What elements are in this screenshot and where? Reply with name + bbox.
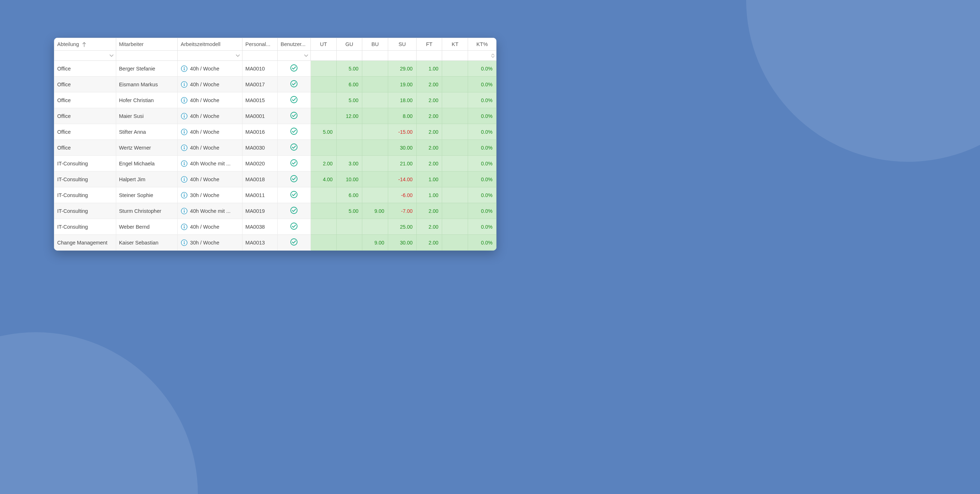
info-icon[interactable]	[181, 129, 188, 135]
table-row[interactable]: Change ManagementKaiser Sebastian30h / W…	[54, 235, 496, 251]
cell-ft: 2.00	[416, 108, 442, 124]
filter-ft-input[interactable]	[418, 52, 441, 59]
cell-gu	[336, 235, 362, 251]
filter-ut-input[interactable]	[312, 52, 335, 59]
table-row[interactable]: IT-ConsultingEngel Michaela40h Woche mit…	[54, 156, 496, 172]
filter-gu[interactable]	[336, 51, 362, 61]
filter-bu[interactable]	[362, 51, 388, 61]
info-icon[interactable]	[181, 81, 188, 88]
col-benutzer[interactable]: Benutzer...	[278, 38, 311, 51]
cell-gu	[336, 140, 362, 156]
filter-arbeitszeitmodell[interactable]	[178, 51, 242, 61]
col-gu[interactable]: GU	[336, 38, 362, 51]
col-abteilung[interactable]: Abteilung	[54, 38, 116, 51]
cell-abteilung: Office	[54, 124, 116, 140]
filter-ktp[interactable]	[468, 51, 496, 61]
arbeitszeitmodell-text: 40h / Woche	[190, 224, 219, 230]
svg-point-47	[291, 239, 297, 245]
filter-abteilung[interactable]	[54, 51, 116, 61]
filter-arbeitszeitmodell-input[interactable]	[179, 52, 241, 59]
cell-benutzer	[278, 187, 311, 203]
col-personal[interactable]: Personal...	[242, 38, 278, 51]
table-row[interactable]: IT-ConsultingSturm Christopher40h Woche …	[54, 203, 496, 219]
col-bu[interactable]: BU	[362, 38, 388, 51]
info-icon[interactable]	[181, 192, 188, 199]
filter-mitarbeiter[interactable]	[116, 51, 178, 61]
filter-personal-input[interactable]	[244, 52, 276, 59]
cell-mitarbeiter: Maier Susi	[116, 108, 178, 124]
svg-point-31	[291, 175, 297, 182]
filter-kt-input[interactable]	[444, 52, 466, 59]
cell-ktp: 0.0%	[468, 108, 496, 124]
col-label: Benutzer...	[281, 41, 305, 47]
cell-kt	[442, 108, 468, 124]
cell-ft: 2.00	[416, 124, 442, 140]
col-label: KT%	[476, 41, 487, 47]
svg-point-17	[184, 130, 185, 131]
cell-abteilung: Office	[54, 140, 116, 156]
info-icon[interactable]	[181, 160, 188, 167]
cell-ut	[310, 235, 336, 251]
svg-point-3	[291, 65, 297, 71]
cell-benutzer	[278, 203, 311, 219]
filter-benutzer-input[interactable]	[279, 52, 309, 59]
col-ktp[interactable]: KT%	[468, 38, 496, 51]
cell-mitarbeiter: Berger Stefanie	[116, 61, 178, 76]
col-kt[interactable]: KT	[442, 38, 468, 51]
filter-abteilung-input[interactable]	[56, 52, 115, 59]
check-circle-icon	[290, 130, 298, 136]
check-circle-icon	[290, 83, 298, 89]
header-row: Abteilung Mitarbeiter Arbeitszeitmodell …	[54, 38, 496, 51]
table-row[interactable]: OfficeHofer Christian40h / WocheMA00155.…	[54, 92, 496, 108]
info-icon[interactable]	[181, 176, 188, 183]
col-ut[interactable]: UT	[310, 38, 336, 51]
cell-bu	[362, 61, 388, 76]
svg-point-23	[291, 144, 297, 150]
info-icon[interactable]	[181, 208, 188, 214]
cell-ktp: 0.0%	[468, 203, 496, 219]
col-su[interactable]: SU	[388, 38, 417, 51]
cell-benutzer	[278, 61, 311, 76]
filter-mitarbeiter-input[interactable]	[118, 52, 176, 59]
table-row[interactable]: OfficeMaier Susi40h / WocheMA000112.008.…	[54, 108, 496, 124]
table-row[interactable]: IT-ConsultingSteiner Sophie30h / WocheMA…	[54, 187, 496, 203]
table-row[interactable]: IT-ConsultingHalpert Jim40h / WocheMA001…	[54, 172, 496, 187]
col-label: SU	[399, 41, 406, 47]
info-icon[interactable]	[181, 97, 188, 104]
col-arbeitszeitmodell[interactable]: Arbeitszeitmodell	[178, 38, 242, 51]
table-row[interactable]: OfficeWertz Werner40h / WocheMA003030.00…	[54, 140, 496, 156]
info-icon[interactable]	[181, 239, 188, 246]
cell-kt	[442, 172, 468, 187]
filter-personal[interactable]	[242, 51, 278, 61]
info-icon[interactable]	[181, 223, 188, 230]
info-icon[interactable]	[181, 65, 188, 72]
arbeitszeitmodell-text: 30h / Woche	[190, 240, 219, 246]
table-row[interactable]: IT-ConsultingWeber Bernd40h / WocheMA003…	[54, 219, 496, 235]
col-label: BU	[372, 41, 379, 47]
filter-benutzer[interactable]	[278, 51, 311, 61]
cell-ut: 2.00	[310, 156, 336, 172]
filter-bu-input[interactable]	[364, 52, 387, 59]
table-row[interactable]: OfficeStifter Anna40h / WocheMA00165.00-…	[54, 124, 496, 140]
filter-su[interactable]	[388, 51, 417, 61]
number-spinner-icon	[491, 54, 495, 58]
filter-gu-input[interactable]	[338, 52, 361, 59]
cell-benutzer	[278, 140, 311, 156]
filter-ut[interactable]	[310, 51, 336, 61]
cell-personal: MA0011	[242, 187, 278, 203]
table-row[interactable]: OfficeEismann Markus40h / WocheMA00176.0…	[54, 76, 496, 92]
arbeitszeitmodell-text: 40h / Woche	[190, 129, 219, 135]
filter-kt[interactable]	[442, 51, 468, 61]
cell-personal: MA0018	[242, 172, 278, 187]
table-row[interactable]: OfficeBerger Stefanie40h / WocheMA00105.…	[54, 61, 496, 76]
filter-su-input[interactable]	[390, 52, 415, 59]
cell-mitarbeiter: Hofer Christian	[116, 92, 178, 108]
cell-bu	[362, 187, 388, 203]
col-ft[interactable]: FT	[416, 38, 442, 51]
svg-rect-46	[184, 242, 185, 244]
info-icon[interactable]	[181, 113, 188, 120]
cell-gu: 3.00	[336, 156, 362, 172]
filter-ft[interactable]	[416, 51, 442, 61]
info-icon[interactable]	[181, 144, 188, 151]
col-mitarbeiter[interactable]: Mitarbeiter	[116, 38, 178, 51]
